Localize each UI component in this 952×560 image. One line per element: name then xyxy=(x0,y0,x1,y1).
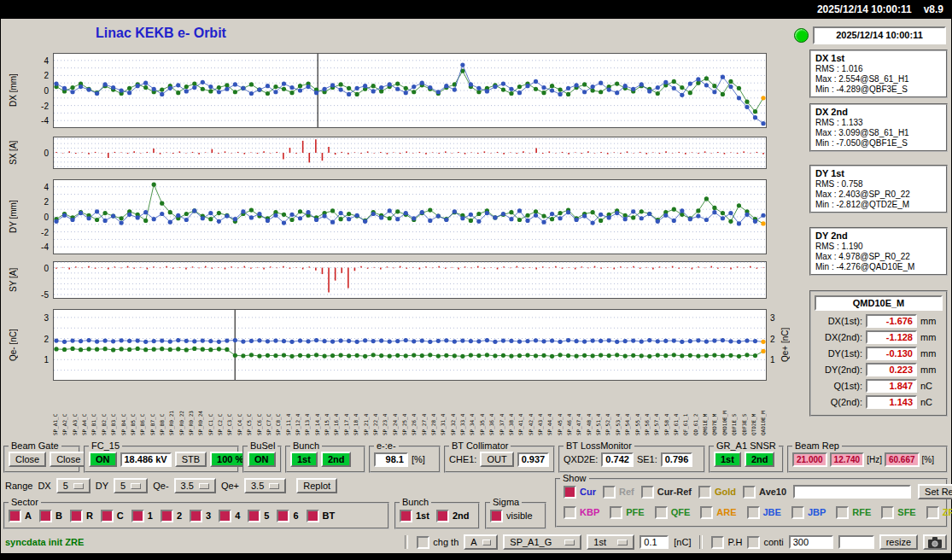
monitor-row: DY(1st):-0.130mm xyxy=(815,347,943,360)
monitor-row-label: Q(1st): xyxy=(815,381,862,391)
checkbox-label: visible xyxy=(506,510,533,521)
group-busel: BuSel ON xyxy=(242,446,282,473)
plot-sx-canvas[interactable] xyxy=(53,137,767,171)
show-option-qfe[interactable]: QFE xyxy=(655,506,691,519)
x-axis-label: SP_C5_C xyxy=(247,386,252,435)
show-option-gold[interactable]: Gold xyxy=(698,486,736,499)
monitor-rows: DX(1st):-1.676mmDX(2nd):-1.128mmDY(1st):… xyxy=(815,314,943,409)
beam-gate-close-button-1[interactable]: Close xyxy=(9,452,46,467)
option-indicator-icon xyxy=(199,483,209,489)
fc15-on-button[interactable]: ON xyxy=(89,452,117,467)
show-option-ref[interactable]: Ref xyxy=(603,486,634,499)
resize-button[interactable]: resize xyxy=(879,534,918,550)
snsr-1st-button[interactable]: 1st xyxy=(714,452,741,467)
show-option-sfe[interactable]: SFE xyxy=(881,506,915,519)
show-option-zre[interactable]: ZRE xyxy=(926,506,952,519)
x-axis-label: SP_13_4 xyxy=(305,386,310,435)
bunch-1st-button[interactable]: 1st xyxy=(290,452,318,467)
option-sp-select[interactable]: SP_A1_G xyxy=(503,534,581,550)
busel-on-button[interactable]: ON xyxy=(248,452,276,467)
option-a-select[interactable]: A xyxy=(464,534,498,550)
option-indicator-icon xyxy=(482,540,492,545)
checkbox-visible[interactable]: visible xyxy=(490,510,533,522)
stat-line: Max : 2.403@SP_R0_22 xyxy=(815,190,942,199)
x-axis-label: SP_C2_C xyxy=(218,386,223,435)
checkbox-label: SFE xyxy=(897,507,915,517)
set-ref-button[interactable]: Set Ref xyxy=(918,484,952,499)
chg-th-checkbox[interactable]: chg th xyxy=(417,536,458,549)
plot-dy-canvas[interactable] xyxy=(53,179,767,256)
group-label-bt-lossmonitor: BT LossMonitor xyxy=(564,440,634,451)
monitor-selector[interactable]: QMD10E_M xyxy=(815,295,943,311)
x-axis-label: SP_C4_C xyxy=(237,386,242,435)
plot-q-canvas[interactable] xyxy=(53,309,767,382)
monitor-row: DX(1st):-1.676mm xyxy=(815,314,943,328)
range-dx-select[interactable]: 5 xyxy=(56,478,91,493)
plot-sx: SX [A] 0 xyxy=(7,137,801,169)
checkbox-r[interactable]: R xyxy=(70,510,93,522)
e-ratio-unit: [%] xyxy=(412,454,425,464)
show-option-kbp[interactable]: KBP xyxy=(564,506,599,519)
checkbox-a[interactable]: A xyxy=(9,510,32,522)
conti-checkbox[interactable]: conti xyxy=(747,536,783,549)
beam-gate-close-button-2[interactable]: Close xyxy=(50,452,87,467)
checkbox-label: 1 xyxy=(148,510,153,521)
show-option-are[interactable]: ARE xyxy=(700,506,736,519)
blank-input[interactable] xyxy=(838,535,874,549)
tick-label: 0 xyxy=(44,263,49,272)
screenshot-button[interactable] xyxy=(923,534,947,550)
plot-sy: SY [A] 0-5 xyxy=(7,261,801,299)
tick-label: -4 xyxy=(41,116,49,125)
checkbox-2[interactable]: 2 xyxy=(161,510,182,522)
snsr-2nd-button[interactable]: 2nd xyxy=(745,452,775,467)
checkbox-2nd[interactable]: 2nd xyxy=(436,510,470,522)
checkbox-1[interactable]: 1 xyxy=(131,510,153,522)
titlebar-datetime: 2025/12/14 10:00:11 xyxy=(817,3,912,15)
checkbox-4[interactable]: 4 xyxy=(219,510,240,522)
show-option-rfe[interactable]: RFE xyxy=(836,506,871,519)
checkbox-bt[interactable]: BT xyxy=(307,510,336,522)
plot-sy-canvas[interactable] xyxy=(53,261,767,300)
che1-state-button[interactable]: OUT xyxy=(480,452,513,467)
checkbox-label: BT xyxy=(323,510,336,521)
show-option-pfe[interactable]: PFE xyxy=(610,506,644,519)
status-indicator xyxy=(794,28,809,43)
x-axis-label-strip: SP_A1_CSP_A2_CSP_A3_CSP_A4_CSP_B1_CSP_B2… xyxy=(53,386,767,435)
range-qep-select[interactable]: 3.5 xyxy=(244,478,286,493)
checkbox-indicator xyxy=(881,506,894,519)
show-option-cur-ref[interactable]: Cur-Ref xyxy=(641,486,692,499)
range-qem-select[interactable]: 3.5 xyxy=(174,478,216,493)
stat-box-dy-1st: DY 1stRMS : 0.758Max : 2.403@SP_R0_22Min… xyxy=(809,165,948,213)
checkbox-5[interactable]: 5 xyxy=(248,510,269,522)
x-axis-label: SP_53_4 xyxy=(616,386,621,435)
show-option-cur[interactable]: Cur xyxy=(564,486,596,499)
plot-dx-canvas[interactable] xyxy=(53,53,767,130)
range-dy-select[interactable]: 5 xyxy=(114,478,148,493)
fc15-stb-button[interactable]: STB xyxy=(175,452,207,467)
show-option-ave10[interactable]: Ave10 xyxy=(743,486,786,499)
ph-checkbox[interactable]: P.H xyxy=(711,536,742,549)
group-sigma: Sigma visible xyxy=(485,502,546,529)
checkbox-1st[interactable]: 1st xyxy=(400,510,429,522)
stat-box-title: DX 1st xyxy=(815,53,942,63)
checkbox-6[interactable]: 6 xyxy=(277,510,298,522)
show-option-jbe[interactable]: JBE xyxy=(747,506,781,519)
monitor-panel: QMD10E_M DX(1st):-1.676mmDX(2nd):-1.128m… xyxy=(809,290,948,417)
x-axis-label: SP_34_4 xyxy=(470,386,475,435)
bunch-2nd-button[interactable]: 2nd xyxy=(321,452,352,467)
checkbox-indicator xyxy=(190,510,202,522)
ref-name-input[interactable] xyxy=(793,485,911,499)
interval-input[interactable] xyxy=(789,535,833,549)
checkbox-3[interactable]: 3 xyxy=(190,510,211,522)
replot-button[interactable]: Replot xyxy=(296,478,337,493)
show-option-jbp[interactable]: JBP xyxy=(791,506,826,519)
checkbox-label: ARE xyxy=(716,507,736,517)
plot-sx-ticks: 0 xyxy=(20,137,51,169)
monitor-row: DX(2nd):-1.128mm xyxy=(815,330,943,344)
threshold-input[interactable] xyxy=(640,535,669,549)
checkbox-label: R xyxy=(86,510,93,521)
checkbox-c[interactable]: C xyxy=(101,510,124,522)
option-1st-select[interactable]: 1st xyxy=(587,534,634,550)
x-axis-label: SP_47_4 xyxy=(576,386,581,435)
checkbox-b[interactable]: B xyxy=(39,510,62,522)
